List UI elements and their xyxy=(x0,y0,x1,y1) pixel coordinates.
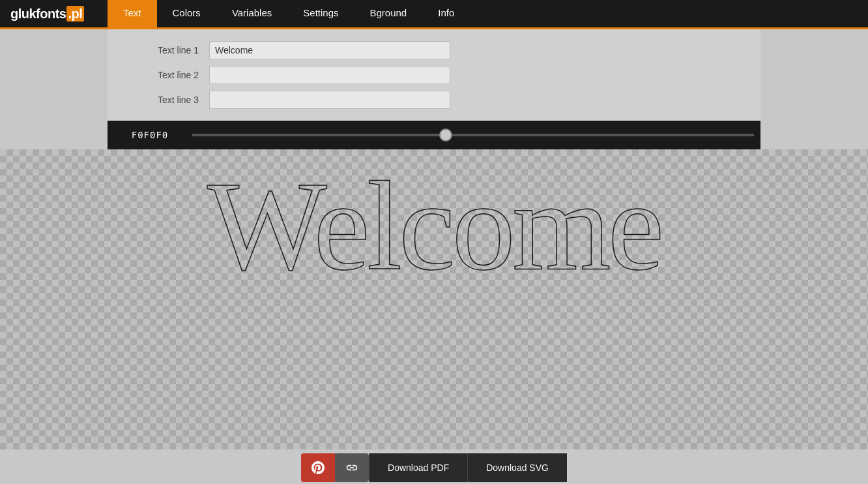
pinterest-button[interactable] xyxy=(301,453,335,482)
text-line-3-input[interactable] xyxy=(209,91,450,109)
tab-variables[interactable]: Variables xyxy=(216,0,287,27)
tab-info[interactable]: Info xyxy=(422,0,470,27)
control-panel: Text line 1 Text line 2 Text line 3 xyxy=(108,29,760,121)
logo-text: glukfonts.pl xyxy=(10,7,84,22)
tab-settings[interactable]: Settings xyxy=(287,0,354,27)
download-svg-button[interactable]: Download SVG xyxy=(467,453,567,482)
font-size-slider[interactable] xyxy=(192,134,754,136)
tab-text[interactable]: Text xyxy=(108,0,157,27)
main-content: Text line 1 Text line 2 Text line 3 F0F0… xyxy=(0,29,868,484)
download-pdf-button[interactable]: Download PDF xyxy=(369,453,467,482)
slider-row: F0F0F0 xyxy=(108,121,760,149)
tab-colors[interactable]: Colors xyxy=(157,0,216,27)
header: glukfonts.pl Text Colors Variables Setti… xyxy=(0,0,868,27)
text-line-1-row: Text line 1 xyxy=(121,41,747,59)
tab-bground[interactable]: Bground xyxy=(354,0,423,27)
pinterest-icon xyxy=(311,461,325,475)
text-line-2-label: Text line 2 xyxy=(121,70,199,80)
logo: glukfonts.pl xyxy=(0,0,108,27)
footer-button-group: Download PDF Download SVG xyxy=(301,453,567,482)
link-icon xyxy=(345,461,359,475)
text-line-2-input[interactable] xyxy=(209,66,450,84)
text-line-1-label: Text line 1 xyxy=(121,45,199,55)
text-line-3-label: Text line 3 xyxy=(121,95,199,105)
hex-label: F0F0F0 xyxy=(108,130,186,140)
text-line-2-row: Text line 2 xyxy=(121,66,747,84)
preview-text: Welcome xyxy=(0,149,868,309)
logo-highlight: .pl xyxy=(66,6,85,22)
text-line-1-input[interactable] xyxy=(209,41,450,59)
slider-track xyxy=(186,121,760,149)
footer: Download PDF Download SVG xyxy=(0,449,868,484)
link-button[interactable] xyxy=(335,453,369,482)
preview-area: Welcome xyxy=(0,149,868,449)
text-line-3-row: Text line 3 xyxy=(121,91,747,109)
